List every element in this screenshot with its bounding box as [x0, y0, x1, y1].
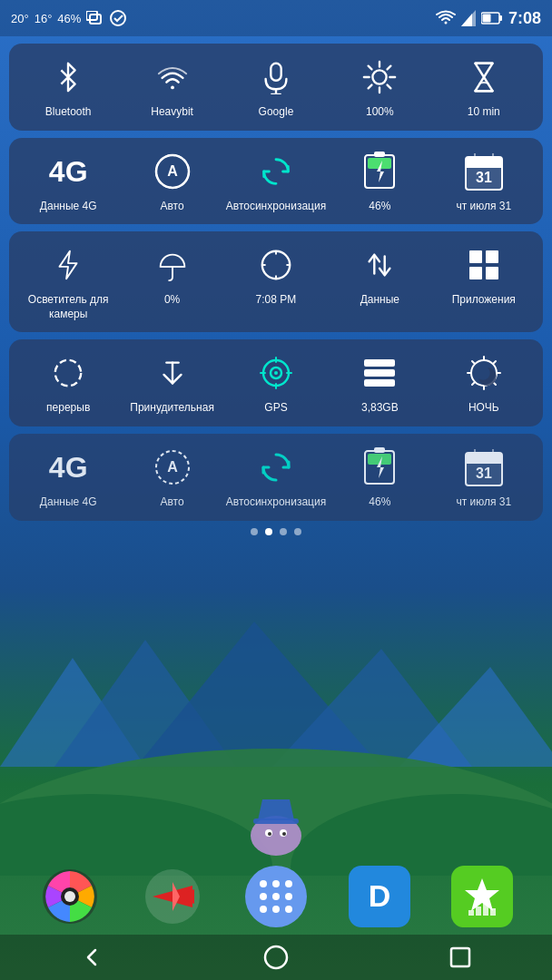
recents-button[interactable] [438, 939, 483, 975]
dot-3[interactable] [294, 528, 301, 535]
back-button[interactable] [69, 939, 114, 975]
svg-line-18 [388, 85, 391, 89]
tile-cal-2[interactable]: 31 чт июля 31 [439, 445, 529, 510]
svg-point-38 [262, 251, 290, 279]
wifi-icon [150, 54, 195, 100]
svg-text:A: A [167, 163, 178, 179]
svg-marker-36 [60, 251, 77, 279]
tile-auto[interactable]: A Авто [127, 149, 218, 214]
svg-rect-61 [364, 379, 395, 387]
dot-1[interactable] [265, 528, 272, 535]
batt-label: 46% [369, 200, 390, 214]
multitask-icon [86, 11, 104, 25]
tile-batt[interactable]: 46% [334, 149, 425, 214]
battery2-icon [357, 445, 402, 490]
tile-apps[interactable]: Приложения [439, 242, 529, 308]
tile-timer[interactable]: 10 min [439, 54, 529, 120]
tile-night[interactable]: НОЧЬ [439, 350, 529, 416]
svg-rect-32 [466, 164, 502, 168]
data-label: Данные [360, 293, 399, 308]
svg-rect-79 [466, 460, 502, 464]
dot-2[interactable] [280, 528, 287, 535]
umbrella-icon [150, 242, 195, 288]
svg-point-112 [260, 906, 267, 913]
tile-wifi[interactable]: Heavybit [127, 54, 218, 120]
svg-line-67 [472, 361, 475, 364]
flash-label: Осветитель для камеры [23, 293, 113, 321]
batt2-label: 46% [369, 495, 390, 510]
tile-auto-2[interactable]: A Авто [127, 445, 218, 510]
status-bar: 20° 16° 46% 7:08 [0, 0, 552, 36]
svg-point-8 [171, 86, 174, 90]
storage-label: 3,83GB [361, 401, 399, 416]
sync-label: Автосинхронизация [226, 200, 326, 214]
check-icon [110, 10, 126, 26]
svg-point-113 [272, 906, 280, 913]
svg-point-100 [64, 891, 75, 902]
svg-text:D: D [368, 878, 390, 913]
tile-4g[interactable]: 4G Данные 4G [23, 149, 113, 214]
svg-rect-122 [451, 948, 469, 966]
tile-bluetooth[interactable]: Bluetooth [23, 54, 113, 120]
dock-dict[interactable]: D [349, 866, 410, 927]
tile-storage[interactable]: 3,83GB [334, 350, 425, 416]
4g2-label: Данные 4G [40, 495, 97, 510]
calendar-label: чт июля 31 [456, 200, 511, 214]
svg-rect-27 [374, 152, 385, 157]
signal-icon [461, 10, 476, 26]
auto2-icon: A [150, 445, 195, 490]
temp2: 16° [34, 12, 53, 25]
svg-rect-47 [469, 267, 482, 279]
flash-icon [45, 242, 91, 288]
home-button[interactable] [253, 939, 299, 975]
svg-line-19 [388, 66, 391, 70]
gps-label: GPS [264, 401, 287, 416]
gps-icon [253, 350, 299, 396]
svg-point-49 [55, 360, 82, 387]
svg-rect-74 [374, 447, 385, 453]
svg-point-109 [260, 893, 267, 900]
tile-brightness[interactable]: 100% [334, 54, 425, 120]
battery-icon [481, 11, 503, 25]
calendar-icon: 31 [461, 149, 507, 194]
svg-rect-120 [490, 908, 496, 916]
brightness-label: 100% [366, 105, 394, 120]
tile-umbrella[interactable]: 0% [127, 242, 218, 308]
background-scene [0, 585, 552, 876]
dot-0[interactable] [251, 528, 258, 535]
svg-point-54 [274, 371, 278, 375]
tile-mic[interactable]: Google [231, 54, 321, 120]
tile-batt-2[interactable]: 46% [334, 445, 425, 510]
sync2-label: Автосинхронизация [226, 495, 326, 510]
svg-rect-118 [476, 906, 481, 916]
svg-point-114 [285, 906, 292, 913]
tile-compass[interactable]: 7:08 PM [231, 242, 321, 308]
tile-gps[interactable]: GPS [231, 350, 321, 416]
nav-bar [0, 935, 552, 980]
battery-pct: 46% [57, 12, 81, 25]
storage-icon [357, 350, 402, 396]
mic-icon [253, 54, 299, 100]
temp1: 20° [11, 12, 29, 25]
tile-calendar[interactable]: 31 чт июля 31 [439, 149, 529, 214]
dock-plane[interactable] [142, 866, 203, 927]
svg-rect-117 [468, 910, 474, 916]
tile-sync-2[interactable]: Автосинхронизация [231, 445, 321, 510]
tile-forced[interactable]: Принудительная [127, 350, 218, 416]
dock-star[interactable] [451, 866, 513, 927]
dock-photos[interactable] [39, 866, 101, 927]
tile-4g-2[interactable]: 4G Данные 4G [23, 445, 113, 510]
svg-text:31: 31 [476, 466, 492, 481]
break-label: перерыв [46, 401, 90, 416]
tile-sync[interactable]: Автосинхронизация [231, 149, 321, 214]
tile-break[interactable]: перерыв [23, 350, 113, 416]
umbrella-label: 0% [164, 293, 180, 308]
timer-label: 10 min [468, 105, 500, 120]
dock-launcher[interactable] [245, 866, 307, 927]
wifi-label: Heavybit [151, 105, 193, 120]
tile-flash[interactable]: Осветитель для камеры [23, 242, 113, 321]
data-icon [357, 242, 402, 288]
tile-data[interactable]: Данные [334, 242, 425, 308]
svg-rect-9 [271, 64, 281, 81]
svg-point-107 [272, 880, 280, 887]
